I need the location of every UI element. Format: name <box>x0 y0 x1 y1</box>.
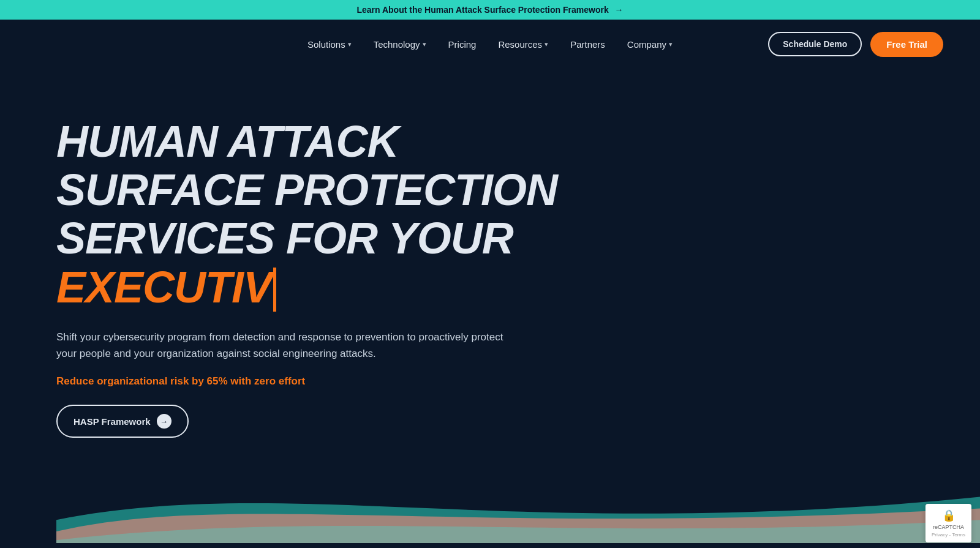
recaptcha-subtext: Privacy - Terms <box>932 532 965 538</box>
announcement-banner[interactable]: Learn About the Human Attack Surface Pro… <box>0 0 980 20</box>
hero-section: HUMAN ATTACK SURFACE PROTECTION SERVICES… <box>0 69 980 548</box>
resources-chevron-icon: ▾ <box>545 40 548 48</box>
banner-arrow: → <box>615 5 624 15</box>
company-chevron-icon: ▾ <box>669 40 673 48</box>
free-trial-button[interactable]: Free Trial <box>870 32 943 57</box>
hero-title-line2-plain: SERVICES FOR YOUR <box>56 214 513 263</box>
hero-title-line2-highlight: EXECUTIV <box>56 263 272 312</box>
nav-actions: Schedule Demo Free Trial <box>768 32 943 57</box>
nav-company[interactable]: Company ▾ <box>627 39 673 50</box>
nav-pricing[interactable]: Pricing <box>448 39 477 50</box>
recaptcha-text: reCAPTCHA <box>933 524 964 530</box>
hero-risk-text: Reduce organizational risk by 65% with z… <box>56 375 608 388</box>
hasp-framework-button[interactable]: HASP Framework → <box>56 405 189 438</box>
main-nav: Solutions ▾ Technology ▾ Pricing Resourc… <box>0 20 980 69</box>
wave-svg <box>56 462 980 543</box>
solutions-chevron-icon: ▾ <box>348 40 352 48</box>
hero-content: HUMAN ATTACK SURFACE PROTECTION SERVICES… <box>56 118 608 438</box>
wave-decoration <box>56 462 980 548</box>
cursor-blink <box>273 268 276 312</box>
nav-partners[interactable]: Partners <box>570 39 605 50</box>
recaptcha-badge: 🔒 reCAPTCHA Privacy - Terms <box>925 504 971 542</box>
schedule-demo-button[interactable]: Schedule Demo <box>768 32 862 56</box>
nav-solutions[interactable]: Solutions ▾ <box>307 39 352 50</box>
technology-chevron-icon: ▾ <box>423 40 426 48</box>
hasp-arrow-icon: → <box>157 414 172 429</box>
hero-title: HUMAN ATTACK SURFACE PROTECTION SERVICES… <box>56 118 608 312</box>
below-hero-section: Hackers exploit OSINT, generative AI, an… <box>0 548 980 551</box>
nav-technology[interactable]: Technology ▾ <box>374 39 426 50</box>
hero-title-line1: HUMAN ATTACK SURFACE PROTECTION <box>56 117 557 214</box>
recaptcha-logo: 🔒 <box>942 509 956 522</box>
hasp-btn-label: HASP Framework <box>74 416 151 427</box>
banner-text: Learn About the Human Attack Surface Pro… <box>356 5 608 15</box>
nav-resources[interactable]: Resources ▾ <box>498 39 548 50</box>
hero-description: Shift your cybersecurity program from de… <box>56 329 522 362</box>
